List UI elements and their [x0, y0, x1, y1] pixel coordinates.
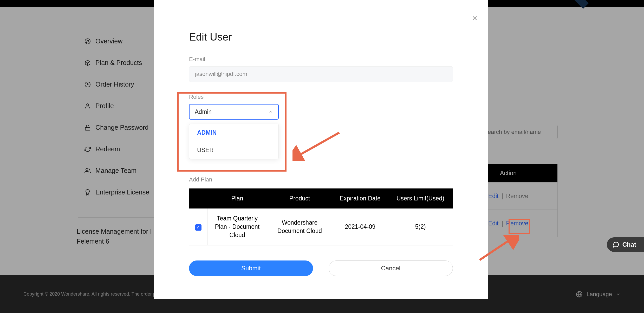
cell-checkbox: ✓	[189, 208, 207, 245]
roles-label: Roles	[189, 94, 453, 100]
plan-table: Plan Product Expiration Date Users Limit…	[189, 188, 453, 245]
cell-expiration: 2021-04-09	[332, 208, 388, 245]
cancel-button[interactable]: Cancel	[329, 260, 453, 276]
roles-dropdown: ADMIN USER	[189, 124, 279, 159]
col-plan: Plan	[207, 188, 267, 209]
col-limit: Users Limit(Used)	[388, 188, 453, 209]
plan-table-row: ✓ Team Quarterly Plan - Document Cloud W…	[189, 208, 453, 245]
edit-user-modal: ✕ Edit User E-mail Roles Admin ADMIN USE…	[154, 0, 488, 299]
cell-limit: 5(2)	[388, 208, 453, 245]
cell-product: Wondershare Document Cloud	[267, 208, 332, 245]
cell-plan: Team Quarterly Plan - Document Cloud	[207, 208, 267, 245]
chat-icon	[613, 241, 619, 248]
email-field[interactable]	[189, 66, 453, 82]
plan-checkbox[interactable]: ✓	[195, 224, 201, 231]
roles-selected-value: Admin	[195, 108, 212, 115]
col-expiration: Expiration Date	[332, 188, 388, 209]
plan-table-header: Plan Product Expiration Date Users Limit…	[189, 188, 453, 209]
col-product: Product	[267, 188, 332, 209]
email-label: E-mail	[189, 56, 453, 63]
roles-option-admin[interactable]: ADMIN	[189, 124, 278, 141]
col-checkbox	[189, 188, 207, 209]
modal-title: Edit User	[189, 31, 453, 43]
chat-widget[interactable]: Chat	[607, 237, 644, 252]
close-icon[interactable]: ✕	[472, 14, 478, 22]
chat-label: Chat	[622, 241, 636, 248]
add-plan-label: Add Plan	[189, 176, 453, 183]
chevron-up-icon	[268, 109, 273, 114]
modal-buttons: Submit Cancel	[189, 260, 453, 276]
roles-option-user[interactable]: USER	[189, 141, 278, 159]
roles-select[interactable]: Admin	[189, 104, 279, 120]
submit-button[interactable]: Submit	[189, 260, 313, 276]
